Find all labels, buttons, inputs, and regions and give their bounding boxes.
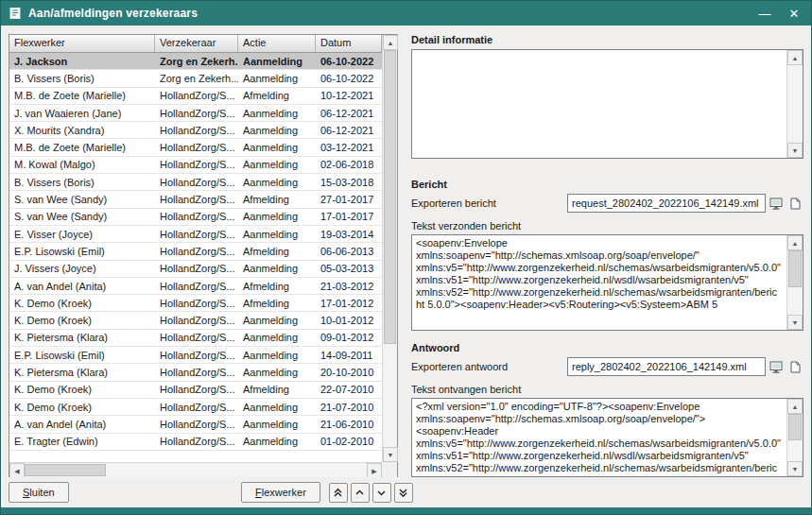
scroll-top-button[interactable]	[329, 483, 348, 503]
cell-datum: 06-12-2021	[316, 108, 382, 119]
export-bericht-input[interactable]	[567, 194, 766, 213]
column-header-flexwerker[interactable]: Flexwerker	[9, 35, 155, 52]
column-header-actie[interactable]: Actie	[238, 35, 316, 52]
cell-verzekeraar: HollandZorg/S...	[155, 211, 238, 222]
cell-verzekeraar: HollandZorg/S...	[155, 108, 238, 119]
verzonden-bericht-text[interactable]: <soapenv:Envelope xmlns:soapenv="http://…	[412, 235, 786, 330]
cell-actie: Aanmelding	[238, 436, 316, 447]
table-row[interactable]: K. Pietersma (Klara)HollandZorg/S...Aanm…	[9, 330, 382, 347]
minimize-button[interactable]: —	[753, 3, 776, 24]
verzonden-bericht-textarea[interactable]: <soapenv:Envelope xmlns:soapenv="http://…	[411, 234, 803, 331]
cell-verzekeraar: Zorg en Zekerh...	[155, 56, 238, 67]
cell-flexwerker: K. Pietersma (Klara)	[9, 367, 155, 378]
table-row[interactable]: M.B. de Zoete (Marielle)HollandZorg/S...…	[9, 88, 382, 105]
table-row[interactable]: A. van Andel (Anita)HollandZorg/S...Aanm…	[9, 416, 382, 433]
table-row[interactable]: X. Mourits (Xandra)HollandZorg/S...Aanme…	[9, 122, 382, 139]
view-file-icon-button[interactable]	[768, 358, 785, 375]
scroll-left-icon[interactable]: ◀	[9, 463, 25, 477]
scroll-down-icon[interactable]: ▼	[787, 315, 803, 330]
table-vertical-scrollbar[interactable]: ▲ ▼	[382, 35, 397, 462]
footer-bar: Sluiten Flexwerker	[1, 477, 811, 507]
cell-datum: 06-12-2021	[316, 125, 382, 136]
table-row[interactable]: J. Vissers (Joyce)HollandZorg/S...Aanmel…	[9, 261, 382, 278]
table-row[interactable]: E. Tragter (Edwin)HollandZorg/S...Aanmel…	[9, 434, 382, 451]
table-row[interactable]: K. Pietersma (Klara)HollandZorg/S...Aanm…	[9, 364, 382, 381]
file-page-icon-button[interactable]	[786, 358, 803, 375]
cell-actie: Aanmelding	[238, 315, 316, 326]
verzonden-scrollbar[interactable]: ▲ ▼	[786, 235, 803, 330]
cell-verzekeraar: HollandZorg/S...	[155, 229, 238, 240]
scroll-down-icon[interactable]: ▼	[787, 461, 803, 476]
scroll-down-icon[interactable]: ▼	[383, 447, 398, 462]
horizontal-scroll-track[interactable]	[25, 463, 367, 477]
cell-flexwerker: K. Demo (Kroek)	[9, 298, 155, 309]
cell-actie: Aanmelding	[238, 159, 316, 170]
left-panel: FlexwerkerVerzekeraarActieDatum J. Jacks…	[9, 34, 398, 477]
scroll-up-icon[interactable]: ▲	[383, 35, 398, 50]
horizontal-scroll-thumb[interactable]	[25, 464, 106, 476]
cell-actie: Aanmelding	[238, 125, 316, 136]
table-row[interactable]: K. Demo (Kroek)HollandZorg/S...Aanmeldin…	[9, 312, 382, 329]
cell-actie: Afmelding	[238, 246, 316, 257]
titlebar[interactable]: Aan/afmeldingen verzekeraars — ✕	[1, 1, 811, 26]
scroll-up-button[interactable]	[351, 483, 370, 503]
double-chevron-up-icon	[333, 488, 343, 498]
export-antwoord-input[interactable]	[567, 357, 766, 376]
table-row[interactable]: S. van Wee (Sandy)HollandZorg/S...Aanmel…	[9, 209, 382, 226]
table-row[interactable]: B. Vissers (Boris)HollandZorg/S...Aanmel…	[9, 174, 382, 191]
table-row[interactable]: J. JacksonZorg en Zekerh...Aanmelding06-…	[9, 53, 382, 70]
table-row[interactable]: E.P. Lisowski (Emil)HollandZorg/S...Afme…	[9, 243, 382, 260]
flexwerker-button[interactable]: Flexwerker	[241, 482, 320, 503]
cell-flexwerker: M.B. de Zoete (Marielle)	[9, 90, 155, 101]
scroll-up-icon[interactable]: ▲	[787, 235, 803, 250]
table-row[interactable]: B. Vissers (Boris)Zorg en Zekerh...Aanme…	[9, 70, 382, 87]
detail-textarea[interactable]: ▲ ▼	[411, 49, 803, 159]
ontvangen-scrollbar[interactable]: ▲ ▼	[786, 399, 803, 476]
table-row[interactable]: K. Demo (Kroek)HollandZorg/S...Afmelding…	[9, 382, 382, 399]
cell-datum: 06-06-2013	[316, 246, 382, 257]
table-row[interactable]: K. Demo (Kroek)HollandZorg/S...Afmelding…	[9, 295, 382, 312]
table-row[interactable]: A. van Andel (Anita)HollandZorg/S...Afme…	[9, 278, 382, 295]
scroll-right-icon[interactable]: ▶	[367, 463, 382, 477]
table-row[interactable]: M.B. de Zoete (Marielle)HollandZorg/S...…	[9, 139, 382, 156]
scroll-up-icon[interactable]: ▲	[787, 50, 803, 65]
vertical-scroll-thumb[interactable]	[788, 250, 802, 287]
scroll-down-icon[interactable]: ▼	[787, 143, 803, 158]
scroll-bottom-button[interactable]	[394, 483, 413, 503]
cell-verzekeraar: HollandZorg/S...	[155, 281, 238, 292]
table-row[interactable]: S. van Wee (Sandy)HollandZorg/S...Afmeld…	[9, 191, 382, 208]
ontvangen-bericht-textarea[interactable]: <?xml version="1.0" encoding="UTF-8"?><s…	[411, 398, 803, 477]
cell-flexwerker: K. Demo (Kroek)	[9, 384, 155, 395]
cell-actie: Afmelding	[238, 90, 316, 101]
scrollbar-corner	[382, 462, 397, 477]
vertical-scroll-thumb[interactable]	[788, 414, 802, 440]
ontvangen-bericht-text[interactable]: <?xml version="1.0" encoding="UTF-8"?><s…	[412, 399, 786, 476]
file-page-icon-button[interactable]	[786, 195, 803, 212]
vertical-scroll-track[interactable]	[383, 50, 397, 447]
table-row[interactable]: K. Demo (Kroek)HollandZorg/S...Aanmeldin…	[9, 399, 382, 416]
scroll-up-icon[interactable]: ▲	[787, 399, 803, 414]
export-antwoord-label: Exporteren antwoord	[411, 361, 567, 372]
table-row[interactable]: J. van Waaieren (Jane)HollandZorg/S...Aa…	[9, 105, 382, 122]
table-body: J. JacksonZorg en Zekerh...Aanmelding06-…	[9, 53, 382, 461]
cell-datum: 21-07-2010	[316, 402, 382, 413]
column-header-verzekeraar[interactable]: Verzekeraar	[155, 35, 238, 52]
export-bericht-label: Exporteren bericht	[411, 197, 567, 209]
column-header-datum[interactable]: Datum	[316, 35, 382, 52]
vertical-scroll-thumb[interactable]	[384, 50, 396, 344]
table-row[interactable]: E.P. Lisowski (Emil)HollandZorg/S...Aanm…	[9, 347, 382, 364]
cell-verzekeraar: HollandZorg/S...	[155, 315, 238, 326]
cell-flexwerker: J. van Waaieren (Jane)	[9, 108, 155, 119]
detail-text[interactable]	[412, 50, 786, 158]
close-button[interactable]: ✕	[783, 3, 805, 24]
detail-scrollbar[interactable]: ▲ ▼	[786, 50, 803, 158]
sluiten-button[interactable]: Sluiten	[9, 482, 69, 503]
table-row[interactable]: M. Kowal (Malgo)HollandZorg/S...Aanmeldi…	[9, 157, 382, 174]
cell-flexwerker: S. van Wee (Sandy)	[9, 194, 155, 205]
cell-flexwerker: J. Jackson	[9, 56, 155, 67]
view-file-icon-button[interactable]	[768, 195, 785, 212]
scroll-down-button[interactable]	[372, 483, 391, 503]
table-row[interactable]: E. Visser (Joyce)HollandZorg/S...Aanmeld…	[9, 226, 382, 243]
table-horizontal-scrollbar[interactable]: ◀ ▶	[9, 462, 382, 477]
cell-datum: 21-03-2012	[316, 281, 382, 292]
